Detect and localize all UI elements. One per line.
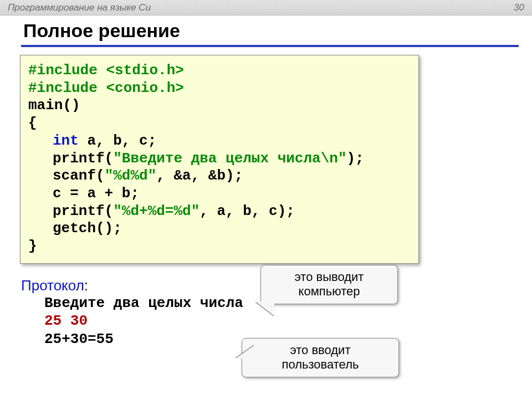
code-header-file: <stdio.h> bbox=[106, 62, 183, 79]
code-line: printf("%d+%d=%d", a, b, c); bbox=[28, 203, 411, 221]
code-line: printf("Введите два целых числа\n"); bbox=[28, 150, 411, 168]
title-underline bbox=[21, 45, 519, 47]
callout-computer-output: это выводит компьютер bbox=[260, 265, 398, 304]
code-text: printf( bbox=[53, 150, 113, 167]
code-header-file: <conio.h> bbox=[106, 80, 183, 96]
code-line: int a, b, c; bbox=[28, 132, 411, 150]
callout-text: это выводит bbox=[271, 270, 387, 284]
code-text: c = a + b; bbox=[28, 185, 139, 203]
slide-header: Программирование на языке Си 30 bbox=[0, 0, 532, 16]
header-page: 30 bbox=[514, 2, 524, 13]
header-subject: Программирование на языке Си bbox=[8, 2, 151, 13]
code-text: getch(); bbox=[28, 220, 122, 238]
protocol-label: Протокол bbox=[21, 277, 84, 294]
code-line: } bbox=[28, 238, 411, 255]
code-text: a, b, c; bbox=[79, 132, 156, 149]
code-line: #include <conio.h> bbox=[28, 80, 411, 98]
code-text: , &a, &b); bbox=[156, 167, 243, 184]
code-line: getch(); bbox=[28, 220, 411, 238]
code-text: printf( bbox=[53, 203, 113, 219]
slide-title: Полное решение bbox=[0, 16, 532, 45]
code-line: main() bbox=[28, 97, 411, 115]
code-line: c = a + b; bbox=[28, 185, 411, 203]
code-preproc: #include bbox=[28, 62, 106, 79]
callout-text: пользователь bbox=[252, 357, 388, 372]
colon: : bbox=[84, 277, 88, 294]
code-text: ); bbox=[347, 150, 364, 167]
code-line: scanf("%d%d", &a, &b); bbox=[28, 167, 411, 185]
code-line: #include <stdio.h> bbox=[28, 62, 411, 80]
callout-tail-icon bbox=[255, 301, 274, 316]
code-text: scanf( bbox=[53, 167, 105, 184]
protocol-user-input: 25 30 bbox=[44, 312, 532, 330]
callout-text: это вводит bbox=[252, 343, 388, 357]
code-string: "%d%d" bbox=[105, 167, 157, 184]
callout-text: компьютер bbox=[271, 284, 387, 299]
code-line: { bbox=[28, 115, 411, 132]
code-preproc: #include bbox=[28, 80, 106, 96]
code-string: "%d+%d=%d" bbox=[113, 203, 200, 219]
callout-tail-icon bbox=[236, 345, 254, 359]
code-block: #include <stdio.h> #include <conio.h> ma… bbox=[20, 55, 419, 264]
code-keyword: int bbox=[53, 132, 79, 149]
callout-user-input: это вводит пользователь bbox=[242, 338, 399, 377]
code-text: , a, b, c); bbox=[200, 203, 295, 219]
code-string: "Введите два целых числа\n" bbox=[113, 150, 346, 167]
